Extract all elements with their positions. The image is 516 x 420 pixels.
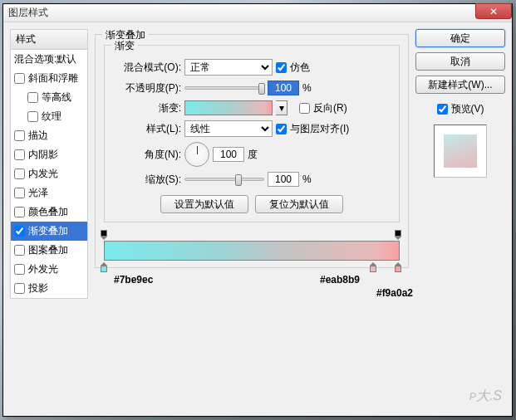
- hex-label-3: #f9a0a2: [376, 287, 413, 299]
- style-item[interactable]: 混合选项:默认: [11, 50, 87, 69]
- reverse-checkbox[interactable]: [299, 103, 310, 114]
- style-item-label: 内阴影: [28, 148, 58, 162]
- style-item-label: 渐变叠加: [28, 224, 68, 238]
- style-item[interactable]: 内发光: [11, 164, 87, 183]
- angle-unit: 度: [248, 148, 258, 162]
- style-checkbox[interactable]: [14, 264, 25, 275]
- reset-default-button[interactable]: 复位为默认值: [255, 195, 343, 213]
- style-item-label: 纹理: [42, 110, 61, 124]
- style-item-label: 内发光: [28, 167, 58, 181]
- style-checkbox[interactable]: [14, 245, 25, 256]
- scale-slider[interactable]: [184, 178, 264, 181]
- style-item[interactable]: 斜面和浮雕: [11, 69, 87, 88]
- make-default-button[interactable]: 设置为默认值: [160, 195, 248, 213]
- angle-label: 角度(N):: [113, 148, 181, 162]
- style-checkbox[interactable]: [27, 111, 38, 122]
- opacity-input[interactable]: [268, 81, 299, 95]
- style-item-label: 投影: [28, 281, 48, 295]
- blend-mode-select[interactable]: 正常: [184, 59, 273, 76]
- opacity-unit: %: [302, 82, 312, 94]
- ok-button[interactable]: 确定: [415, 29, 505, 47]
- style-item-label: 斜面和浮雕: [28, 71, 78, 85]
- style-item-label: 等高线: [42, 90, 71, 105]
- action-column: 确定 取消 新建样式(W)... 预览(V): [415, 29, 505, 409]
- window-title: 图层样式: [8, 6, 48, 20]
- blend-mode-label: 混合模式(O):: [113, 61, 181, 75]
- preview-label: 预览(V): [451, 102, 484, 116]
- preview-swatch: [444, 134, 477, 168]
- dither-checkbox[interactable]: [276, 62, 287, 73]
- preview-box: [434, 125, 487, 178]
- style-item-label: 外发光: [28, 262, 58, 276]
- styles-header: 样式: [11, 30, 87, 50]
- style-item-label: 颜色叠加: [28, 205, 68, 219]
- gradient-swatch[interactable]: [184, 100, 273, 115]
- scale-input[interactable]: [268, 172, 299, 187]
- style-item-label: 描边: [28, 129, 48, 143]
- opacity-stop-left[interactable]: [101, 230, 109, 240]
- dither-label: 仿色: [290, 61, 310, 75]
- opacity-stop-right[interactable]: [395, 230, 403, 240]
- style-item[interactable]: 图案叠加: [11, 241, 87, 260]
- style-checkbox[interactable]: [14, 168, 25, 179]
- style-list: 混合选项:默认斜面和浮雕等高线纹理描边内阴影内发光光泽颜色叠加渐变叠加图案叠加外…: [11, 50, 87, 298]
- style-label: 样式(L):: [113, 122, 181, 136]
- style-item[interactable]: 投影: [11, 279, 87, 298]
- style-item[interactable]: 颜色叠加: [11, 203, 87, 222]
- style-item-label: 图案叠加: [28, 243, 68, 257]
- color-stop-2[interactable]: [370, 262, 378, 272]
- style-item[interactable]: 外发光: [11, 260, 87, 279]
- styles-sidebar: 样式 混合选项:默认斜面和浮雕等高线纹理描边内阴影内发光光泽颜色叠加渐变叠加图案…: [10, 29, 88, 409]
- style-item[interactable]: 描边: [11, 126, 87, 145]
- color-stop-3[interactable]: [395, 262, 403, 272]
- preview-checkbox[interactable]: [437, 104, 448, 115]
- gradient-editor[interactable]: #7be9ec #eab8b9 #f9a0a2: [104, 241, 400, 261]
- new-style-button[interactable]: 新建样式(W)...: [415, 76, 505, 94]
- titlebar: 图层样式 ✕: [3, 4, 512, 22]
- scale-label: 缩放(S):: [113, 173, 181, 187]
- scale-unit: %: [302, 173, 312, 185]
- options-panel: 渐变叠加 渐变 混合模式(O): 正常 仿色 不透明度(P): %: [95, 29, 409, 409]
- style-checkbox[interactable]: [14, 226, 25, 237]
- close-icon: ✕: [489, 6, 498, 17]
- color-stop-1[interactable]: [101, 262, 109, 272]
- opacity-label: 不透明度(P):: [113, 81, 181, 95]
- style-checkbox[interactable]: [14, 188, 25, 198]
- style-item[interactable]: 内阴影: [11, 145, 87, 164]
- style-item[interactable]: 渐变叠加: [11, 222, 87, 241]
- style-item[interactable]: 光泽: [11, 183, 87, 203]
- hex-label-1: #7be9ec: [114, 274, 153, 286]
- style-item[interactable]: 纹理: [11, 107, 87, 126]
- align-label: 与图层对齐(I): [290, 122, 349, 136]
- style-checkbox[interactable]: [27, 92, 38, 103]
- style-item-label: 混合选项:默认: [14, 52, 76, 66]
- layer-style-dialog: 图层样式 ✕ 样式 混合选项:默认斜面和浮雕等高线纹理描边内阴影内发光光泽颜色叠…: [2, 3, 513, 417]
- close-button[interactable]: ✕: [475, 3, 512, 19]
- gradient-group-title: 渐变: [111, 39, 138, 53]
- gradient-label: 渐变:: [113, 101, 181, 115]
- style-select[interactable]: 线性: [184, 120, 273, 137]
- opacity-slider[interactable]: [184, 86, 264, 90]
- angle-dial[interactable]: [184, 142, 209, 167]
- gradient-dropdown[interactable]: ▾: [276, 100, 287, 115]
- style-checkbox[interactable]: [14, 283, 25, 294]
- style-checkbox[interactable]: [14, 149, 25, 160]
- align-checkbox[interactable]: [276, 124, 287, 134]
- style-checkbox[interactable]: [14, 73, 25, 84]
- cancel-button[interactable]: 取消: [415, 52, 505, 71]
- style-checkbox[interactable]: [14, 207, 25, 217]
- reverse-label: 反向(R): [313, 101, 347, 115]
- hex-label-2: #eab8b9: [320, 274, 360, 286]
- style-checkbox[interactable]: [14, 130, 25, 141]
- style-item-label: 光泽: [28, 186, 48, 200]
- angle-input[interactable]: [213, 147, 244, 162]
- gradient-bar[interactable]: [104, 241, 400, 261]
- style-item[interactable]: 等高线: [11, 88, 87, 107]
